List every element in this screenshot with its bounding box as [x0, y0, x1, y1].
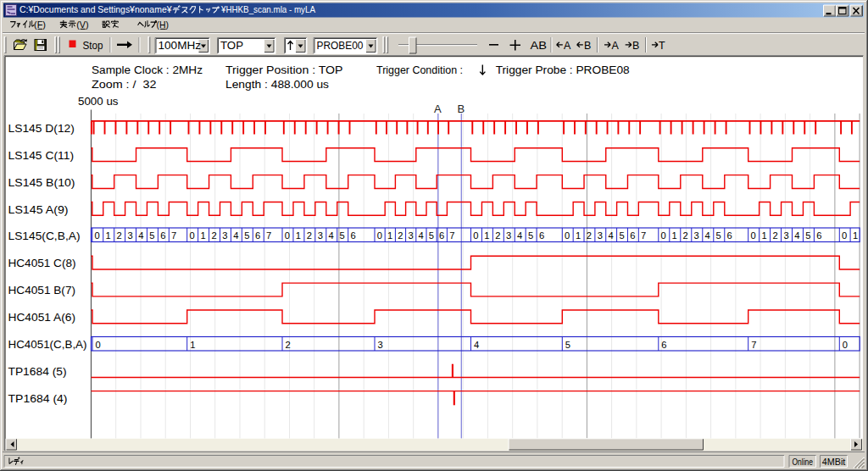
svg-text:0: 0 — [751, 230, 756, 241]
svg-text:4MBit: 4MBit — [822, 457, 846, 467]
svg-text:5: 5 — [565, 340, 570, 350]
svg-text:2: 2 — [286, 340, 291, 350]
svg-text:2: 2 — [307, 230, 312, 241]
svg-text:4: 4 — [233, 230, 238, 241]
svg-text:TOP: TOP — [220, 40, 243, 52]
svg-text:2: 2 — [772, 230, 777, 241]
svg-text:HC4051 B(7): HC4051 B(7) — [8, 284, 76, 296]
svg-text:Length : 488.000 us: Length : 488.000 us — [225, 79, 329, 91]
svg-text:HC4051 C(8): HC4051 C(8) — [8, 257, 76, 269]
svg-text:(V): (V) — [76, 19, 88, 30]
svg-text:3: 3 — [506, 230, 511, 241]
svg-text:1: 1 — [853, 230, 858, 241]
svg-text:2: 2 — [683, 230, 688, 241]
svg-text:(F): (F) — [34, 19, 46, 30]
svg-text:T: T — [659, 40, 665, 52]
svg-text:2: 2 — [117, 230, 122, 241]
svg-text:1: 1 — [576, 230, 581, 241]
svg-text:5: 5 — [528, 230, 533, 241]
svg-text:2: 2 — [587, 230, 592, 241]
svg-text:¥HHKB_scan.mla - myLA: ¥HHKB_scan.mla - myLA — [220, 4, 315, 14]
svg-text:0: 0 — [190, 230, 195, 241]
svg-text:4: 4 — [474, 340, 479, 350]
svg-text:4: 4 — [329, 230, 334, 241]
svg-text:Stop: Stop — [83, 40, 103, 52]
svg-text:LS145(C,B,A): LS145(C,B,A) — [8, 230, 81, 242]
svg-text:7: 7 — [751, 340, 756, 350]
svg-text:6: 6 — [160, 230, 165, 241]
svg-text:100MHz: 100MHz — [159, 40, 202, 52]
svg-text:3: 3 — [783, 230, 788, 241]
svg-text:0: 0 — [285, 230, 290, 241]
svg-text:C:¥Documents and Settings¥nona: C:¥Documents and Settings¥noname¥ — [19, 4, 172, 14]
svg-text:Trigger Position : TOP: Trigger Position : TOP — [225, 64, 343, 76]
svg-text:6: 6 — [630, 230, 635, 241]
svg-text:3: 3 — [127, 230, 132, 241]
svg-text:(H): (H) — [157, 19, 169, 30]
svg-text:PROBE00: PROBE00 — [317, 40, 364, 52]
svg-text:TP1684 (4): TP1684 (4) — [8, 392, 68, 405]
svg-text:4: 4 — [705, 230, 710, 241]
svg-text:5: 5 — [149, 230, 154, 241]
svg-text:3: 3 — [378, 340, 383, 350]
svg-text:1: 1 — [200, 230, 205, 241]
svg-text:Online: Online — [793, 457, 814, 467]
svg-text:3: 3 — [694, 230, 699, 241]
svg-text:2: 2 — [495, 230, 500, 241]
svg-text:1: 1 — [106, 230, 111, 241]
svg-text:6: 6 — [439, 230, 444, 241]
svg-text:B: B — [632, 40, 639, 52]
svg-text:3: 3 — [408, 230, 413, 241]
svg-text:LS145 C(11): LS145 C(11) — [8, 149, 75, 162]
svg-text:A: A — [612, 40, 620, 52]
svg-text:5: 5 — [429, 230, 434, 241]
svg-text:5: 5 — [716, 230, 721, 241]
svg-text:3: 3 — [222, 230, 227, 241]
svg-text:3: 3 — [598, 230, 603, 241]
svg-text:A: A — [564, 40, 571, 52]
svg-text:3: 3 — [318, 230, 323, 241]
svg-text:0: 0 — [377, 230, 382, 241]
svg-text:7: 7 — [641, 230, 646, 241]
svg-text:0: 0 — [661, 230, 666, 241]
svg-text:6: 6 — [351, 230, 356, 241]
svg-text:2: 2 — [398, 230, 403, 241]
svg-text:1: 1 — [484, 230, 489, 241]
svg-text:6: 6 — [539, 230, 544, 241]
svg-text:5: 5 — [619, 230, 624, 241]
svg-text:0: 0 — [842, 230, 847, 241]
svg-text:6: 6 — [816, 230, 821, 241]
svg-text:7: 7 — [171, 230, 176, 241]
svg-text:0: 0 — [843, 340, 848, 350]
svg-text:B: B — [458, 103, 465, 115]
svg-text:AB: AB — [531, 39, 548, 52]
svg-text:B: B — [584, 40, 591, 52]
svg-text:Sample Clock : 2MHz: Sample Clock : 2MHz — [92, 64, 203, 76]
svg-text:6: 6 — [727, 230, 732, 241]
svg-text:LS145 A(9): LS145 A(9) — [8, 203, 69, 216]
svg-text:5000 us: 5000 us — [78, 96, 119, 108]
svg-text:LS145 B(10): LS145 B(10) — [8, 176, 75, 189]
svg-text:Zoom : / 32: Zoom : / 32 — [92, 79, 157, 91]
svg-text:7: 7 — [449, 230, 454, 241]
svg-text:4: 4 — [794, 230, 799, 241]
svg-text:1: 1 — [387, 230, 392, 241]
svg-text:5: 5 — [805, 230, 810, 241]
svg-text:1: 1 — [762, 230, 767, 241]
svg-text:LS145 D(12): LS145 D(12) — [8, 122, 75, 135]
svg-text:HC4051 A(6): HC4051 A(6) — [8, 311, 76, 324]
svg-text:4: 4 — [517, 230, 522, 241]
svg-text:1: 1 — [190, 340, 195, 350]
svg-text:4: 4 — [419, 230, 424, 241]
svg-text:Trigger Probe : PROBE08: Trigger Probe : PROBE08 — [496, 64, 630, 76]
svg-text:4: 4 — [138, 230, 143, 241]
svg-text:0: 0 — [473, 230, 478, 241]
svg-text:1: 1 — [672, 230, 677, 241]
svg-text:7: 7 — [266, 230, 271, 241]
svg-text:6: 6 — [661, 340, 666, 350]
svg-text:0: 0 — [96, 340, 101, 350]
svg-text:Trigger Condition :: Trigger Condition : — [376, 64, 463, 76]
svg-text:A: A — [434, 103, 442, 115]
svg-text:TP1684 (5): TP1684 (5) — [8, 365, 67, 378]
svg-text:2: 2 — [211, 230, 216, 241]
